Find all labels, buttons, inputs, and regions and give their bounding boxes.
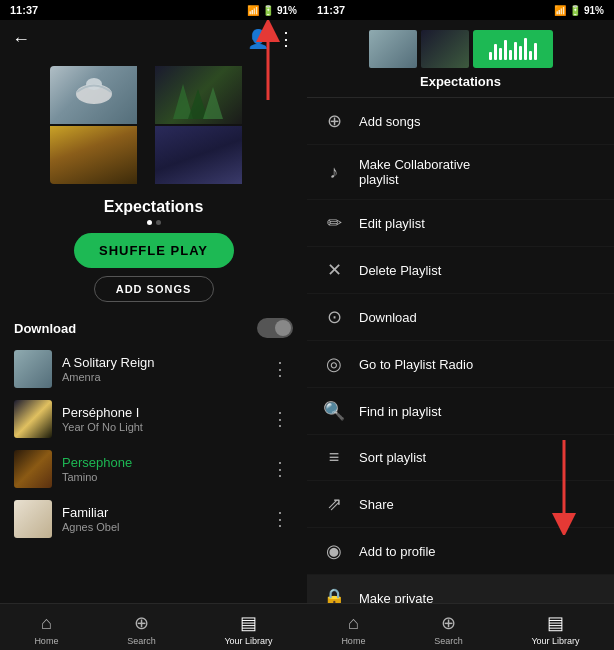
nav-search-left[interactable]: ⊕ Search: [127, 612, 156, 646]
track-more-4[interactable]: ⋮: [267, 504, 293, 534]
album-grid: [50, 66, 257, 184]
menu-label-add-profile: Add to profile: [359, 544, 436, 559]
shuffle-play-button[interactable]: SHUFFLE PLAY: [74, 233, 234, 268]
status-icons-right: 📶 🔋 91%: [554, 5, 604, 16]
eq-bar-8: [524, 38, 527, 60]
menu-label-delete-playlist: Delete Playlist: [359, 263, 441, 278]
nav-library-right[interactable]: ▤ Your Library: [531, 612, 579, 646]
nav-library-label: Your Library: [224, 636, 272, 646]
playlist-title-left: Expectations: [0, 198, 307, 216]
lock-icon: 🔒: [323, 587, 345, 603]
bottom-nav-right: ⌂ Home ⊕ Search ▤ Your Library: [307, 603, 614, 650]
nav-home-label: Home: [34, 636, 58, 646]
track-info-3: Persephone Tamino: [62, 455, 257, 483]
eq-bar-4: [504, 40, 507, 60]
album-cell-3: [50, 126, 137, 184]
header-img-1: [369, 30, 417, 68]
menu-label-add-songs: Add songs: [359, 114, 420, 129]
track-info-1: A Solitary Reign Amenra: [62, 355, 257, 383]
download-toggle[interactable]: [257, 318, 293, 338]
album-cell-4: [155, 126, 242, 184]
nav-search-right[interactable]: ⊕ Search: [434, 612, 463, 646]
eq-bar-5: [509, 50, 512, 60]
battery-left: 91%: [277, 5, 297, 16]
menu-label-collaborative: Make Collaborativeplaylist: [359, 157, 470, 187]
forest-icon: [168, 79, 228, 124]
nav-library-left[interactable]: ▤ Your Library: [224, 612, 272, 646]
toggle-knob: [275, 320, 291, 336]
track-more-1[interactable]: ⋮: [267, 354, 293, 384]
track-thumb-3: [14, 450, 52, 488]
status-icons-left: 📶 🔋 91%: [247, 5, 297, 16]
menu-item-find[interactable]: 🔍 Find in playlist: [307, 388, 614, 435]
dot-2: [156, 220, 161, 225]
track-thumb-2: [14, 400, 52, 438]
menu-label-playlist-radio: Go to Playlist Radio: [359, 357, 473, 372]
menu-item-add-songs[interactable]: ⊕ Add songs: [307, 98, 614, 145]
track-name-3: Persephone: [62, 455, 257, 470]
menu-label-make-private: Make private: [359, 591, 433, 604]
menu-item-playlist-radio[interactable]: ◎ Go to Playlist Radio: [307, 341, 614, 388]
track-name-1: A Solitary Reign: [62, 355, 257, 370]
home-icon: ⌂: [41, 613, 52, 634]
left-panel: 11:37 📶 🔋 91% ← 👤 ⋮: [0, 0, 307, 650]
nav-home-right[interactable]: ⌂ Home: [341, 613, 365, 646]
menu-item-edit-playlist[interactable]: ✏ Edit playlist: [307, 200, 614, 247]
search-icon-nav-right: ⊕: [441, 612, 456, 634]
right-panel: 11:37 📶 🔋 91%: [307, 0, 614, 650]
nav-home-label-right: Home: [341, 636, 365, 646]
track-more-2[interactable]: ⋮: [267, 404, 293, 434]
nav-home-left[interactable]: ⌂ Home: [34, 613, 58, 646]
track-list: A Solitary Reign Amenra ⋮ Perséphone I Y…: [0, 344, 307, 603]
eq-bar-1: [489, 52, 492, 60]
header-img-2: [421, 30, 469, 68]
bottom-nav-left: ⌂ Home ⊕ Search ▤ Your Library: [0, 603, 307, 650]
menu-label-find: Find in playlist: [359, 404, 441, 419]
track-thumb-1: [14, 350, 52, 388]
eq-bar-9: [529, 51, 532, 60]
menu-label-download: Download: [359, 310, 417, 325]
menu-label-share: Share: [359, 497, 394, 512]
eq-bar-10: [534, 43, 537, 60]
time-right: 11:37: [317, 4, 345, 16]
menu-item-collaborative[interactable]: ♪ Make Collaborativeplaylist: [307, 145, 614, 200]
track-item: Persephone Tamino ⋮: [0, 444, 307, 494]
track-artist-4: Agnes Obel: [62, 521, 257, 533]
bird-icon: [69, 74, 119, 109]
track-artist-2: Year Of No Light: [62, 421, 257, 433]
library-icon: ▤: [240, 612, 257, 634]
svg-marker-6: [203, 87, 223, 119]
eq-bar-3: [499, 48, 502, 60]
track-item: Familiar Agnes Obel ⋮: [0, 494, 307, 544]
album-cell-1: [50, 66, 137, 124]
track-more-3[interactable]: ⋮: [267, 454, 293, 484]
track-name-4: Familiar: [62, 505, 257, 520]
download-icon: ⊙: [323, 306, 345, 328]
track-info-2: Perséphone I Year Of No Light: [62, 405, 257, 433]
search-icon-nav: ⊕: [134, 612, 149, 634]
menu-label-edit-playlist: Edit playlist: [359, 216, 425, 231]
dots-indicator: [0, 220, 307, 225]
home-icon-right: ⌂: [348, 613, 359, 634]
svg-point-3: [86, 78, 102, 90]
spotify-bar: [473, 30, 553, 68]
track-thumb-4: [14, 500, 52, 538]
time-left: 11:37: [10, 4, 38, 16]
dot-1: [147, 220, 152, 225]
find-icon: 🔍: [323, 400, 345, 422]
download-label: Download: [14, 321, 76, 336]
menu-item-delete-playlist[interactable]: ✕ Delete Playlist: [307, 247, 614, 294]
back-icon[interactable]: ←: [12, 29, 30, 50]
playlist-header-images: [369, 30, 553, 68]
track-item: A Solitary Reign Amenra ⋮: [0, 344, 307, 394]
add-songs-button[interactable]: ADD SONGS: [94, 276, 214, 302]
menu-item-make-private[interactable]: 🔒 Make private: [307, 575, 614, 603]
profile-icon: ◉: [323, 540, 345, 562]
album-cell-2: [155, 66, 242, 124]
nav-library-label-right: Your Library: [531, 636, 579, 646]
collab-icon: ♪: [323, 162, 345, 183]
menu-item-download[interactable]: ⊙ Download: [307, 294, 614, 341]
track-artist-3: Tamino: [62, 471, 257, 483]
menu-item-add-profile[interactable]: ◉ Add to profile: [307, 528, 614, 575]
status-bar-left: 11:37 📶 🔋 91%: [0, 0, 307, 20]
